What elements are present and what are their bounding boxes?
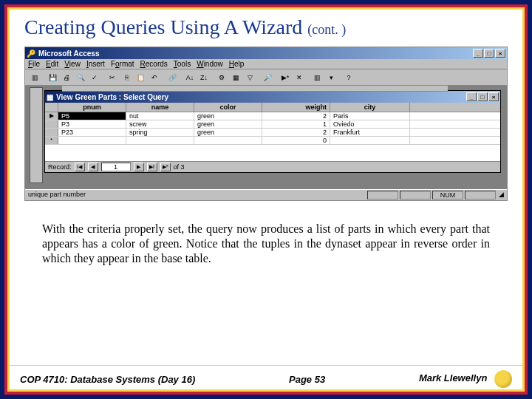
table-row[interactable]: P23 spring green 2 Frankfurt: [45, 129, 500, 137]
menu-edit[interactable]: Edit: [46, 60, 58, 68]
menu-view[interactable]: View: [64, 60, 81, 68]
undo-button[interactable]: ↶: [148, 71, 161, 84]
cell-city[interactable]: Paris: [330, 112, 410, 120]
minimize-button[interactable]: _: [473, 49, 483, 58]
slide-border-inner: Creating Queries Using A Wizard (cont. )…: [7, 7, 525, 392]
menu-insert[interactable]: Insert: [86, 60, 105, 68]
row-marker[interactable]: [45, 129, 58, 136]
db-window-button[interactable]: ▥: [310, 71, 324, 84]
cell-name[interactable]: screw: [126, 120, 194, 128]
cell-city[interactable]: [330, 137, 410, 144]
footer-center: Page 53: [289, 374, 325, 385]
query-window: ▦ View Green Parts : Select Query _ □ × …: [44, 90, 501, 173]
cell-color[interactable]: green: [194, 129, 262, 136]
row-marker[interactable]: [45, 120, 58, 128]
table-row[interactable]: ▶ P5 nut green 2 Paris: [45, 112, 500, 120]
cell-name[interactable]: spring: [126, 129, 194, 136]
footer-right: Mark Llewellyn: [419, 370, 512, 388]
statusbar: unique part number NUM ◢: [25, 189, 507, 200]
cell-pnum[interactable]: P3: [58, 120, 126, 128]
background-window: [30, 87, 43, 183]
help-button[interactable]: ?: [342, 71, 355, 84]
filter-toggle-button[interactable]: ▽: [243, 71, 256, 84]
cell-name[interactable]: nut: [126, 112, 194, 120]
link-button[interactable]: 🔗: [166, 71, 179, 84]
nav-next-button[interactable]: ▶: [134, 163, 144, 171]
status-text: unique part number: [28, 191, 86, 200]
col-name[interactable]: name: [126, 103, 194, 112]
inner-close-button[interactable]: ×: [488, 92, 499, 101]
col-weight[interactable]: weight: [262, 103, 330, 112]
menu-file[interactable]: File: [28, 60, 40, 68]
row-selector-head[interactable]: [45, 103, 58, 112]
copy-button[interactable]: ⎘: [120, 71, 133, 84]
col-pnum[interactable]: pnum: [58, 103, 126, 112]
sort-desc-button[interactable]: Z↓: [197, 71, 211, 84]
resize-grip-icon[interactable]: ◢: [499, 191, 504, 200]
slide-content: Creating Queries Using A Wizard (cont. )…: [10, 10, 522, 365]
maximize-button[interactable]: □: [484, 49, 494, 58]
menu-tools[interactable]: Tools: [174, 60, 191, 68]
cell-pnum[interactable]: [58, 137, 126, 144]
status-empty-1: [367, 191, 398, 200]
nav-last-button[interactable]: ▶I: [147, 163, 157, 171]
footer-left: COP 4710: Database Systems (Day 16): [20, 374, 195, 385]
inner-maximize-button[interactable]: □: [477, 92, 488, 101]
record-number-input[interactable]: 1: [101, 163, 131, 171]
new-object-button[interactable]: ▾: [324, 71, 338, 84]
view-button[interactable]: ▥: [28, 71, 41, 84]
cell-weight[interactable]: 0: [262, 137, 330, 144]
spell-button[interactable]: ✓: [88, 71, 101, 84]
nav-first-button[interactable]: I◀: [75, 163, 85, 171]
row-marker[interactable]: *: [45, 137, 58, 144]
title-cont: (cont. ): [307, 22, 346, 37]
table-row[interactable]: * 0: [45, 137, 500, 145]
filter-form-button[interactable]: ▦: [229, 71, 242, 84]
slide-border-mid: Creating Queries Using A Wizard (cont. )…: [4, 4, 528, 395]
sort-asc-button[interactable]: A↓: [183, 71, 197, 84]
workspace: ▦ View Green Parts : Select Query _ □ × …: [25, 86, 507, 189]
menu-records[interactable]: Records: [140, 60, 168, 68]
nav-prev-button[interactable]: ◀: [88, 163, 98, 171]
delete-record-button[interactable]: ✕: [293, 71, 306, 84]
record-navigator: Record: I◀ ◀ 1 ▶ ▶I ▶* of 3: [45, 161, 500, 172]
cell-color[interactable]: green: [194, 112, 262, 120]
cell-weight[interactable]: 2: [262, 112, 330, 120]
result-grid: pnum name color weight city ▶ P5 nut gre…: [45, 103, 500, 161]
preview-button[interactable]: 🔍: [74, 71, 87, 84]
cell-weight[interactable]: 2: [262, 129, 330, 136]
grid-icon: ▦: [47, 93, 53, 101]
table-row[interactable]: P3 screw green 1 Oviedo: [45, 120, 500, 129]
cut-button[interactable]: ✂: [106, 71, 119, 84]
find-button[interactable]: 🔎: [261, 71, 274, 84]
status-num: NUM: [432, 191, 463, 200]
filter-sel-button[interactable]: ⚙: [215, 71, 228, 84]
cell-pnum[interactable]: P5: [58, 112, 126, 120]
key-icon: 🔑: [27, 50, 35, 58]
record-label: Record:: [48, 163, 72, 171]
cell-name[interactable]: [126, 137, 194, 144]
col-color[interactable]: color: [194, 103, 262, 112]
menu-window[interactable]: Window: [197, 60, 223, 68]
cell-weight[interactable]: 1: [262, 120, 330, 128]
access-titlebar: 🔑 Microsoft Access _ □ ×: [25, 47, 507, 59]
inner-minimize-button[interactable]: _: [466, 92, 477, 101]
save-button[interactable]: 💾: [46, 71, 59, 84]
cell-city[interactable]: Oviedo: [330, 120, 410, 128]
query-titlebar: ▦ View Green Parts : Select Query _ □ ×: [45, 91, 500, 103]
menu-format[interactable]: Format: [111, 60, 134, 68]
toolbar: ▥ 💾 🖨 🔍 ✓ ✂ ⎘ 📋 ↶ 🔗 A↓ Z↓ ⚙ ▦ ▽ 🔎 ▶* ✕: [25, 69, 507, 86]
print-button[interactable]: 🖨: [60, 71, 73, 84]
cell-color[interactable]: [194, 137, 262, 144]
status-empty-2: [400, 191, 431, 200]
col-city[interactable]: city: [330, 103, 410, 112]
nav-new-button[interactable]: ▶*: [160, 163, 171, 171]
paste-button[interactable]: 📋: [134, 71, 147, 84]
cell-pnum[interactable]: P23: [58, 129, 126, 136]
new-record-button[interactable]: ▶*: [279, 71, 292, 84]
menu-help[interactable]: Help: [229, 60, 245, 68]
cell-color[interactable]: green: [194, 120, 262, 128]
row-marker[interactable]: ▶: [45, 112, 58, 120]
cell-city[interactable]: Frankfurt: [330, 129, 410, 136]
close-button[interactable]: ×: [495, 49, 505, 58]
